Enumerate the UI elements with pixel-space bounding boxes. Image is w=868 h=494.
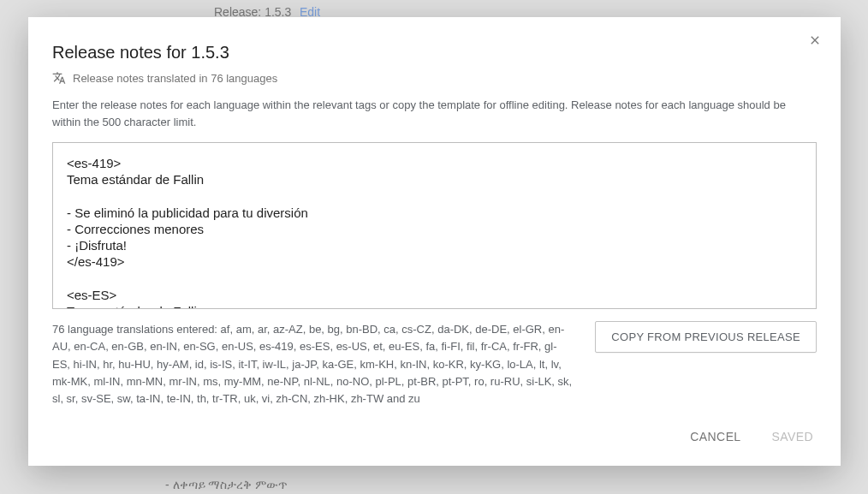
release-notes-dialog: Release notes for 1.5.3 Release notes tr…	[28, 17, 841, 466]
translate-icon	[52, 71, 66, 85]
close-icon[interactable]	[806, 33, 823, 50]
cancel-button[interactable]: CANCEL	[687, 425, 744, 449]
language-summary: 76 language translations entered: af, am…	[52, 321, 574, 408]
release-notes-textarea[interactable]	[53, 143, 816, 308]
dialog-title: Release notes for 1.5.3	[52, 43, 817, 62]
subtitle-row: Release notes translated in 76 languages	[52, 71, 817, 85]
dialog-actions: CANCEL SAVED	[52, 408, 817, 449]
saved-button: SAVED	[769, 425, 817, 449]
lower-row: 76 language translations entered: af, am…	[52, 321, 817, 408]
release-notes-field-wrap	[52, 142, 817, 309]
subtitle-text: Release notes translated in 76 languages	[73, 72, 277, 85]
copy-from-previous-button[interactable]: COPY FROM PREVIOUS RELEASE	[595, 321, 817, 353]
instructions-text: Enter the release notes for each languag…	[52, 97, 817, 130]
